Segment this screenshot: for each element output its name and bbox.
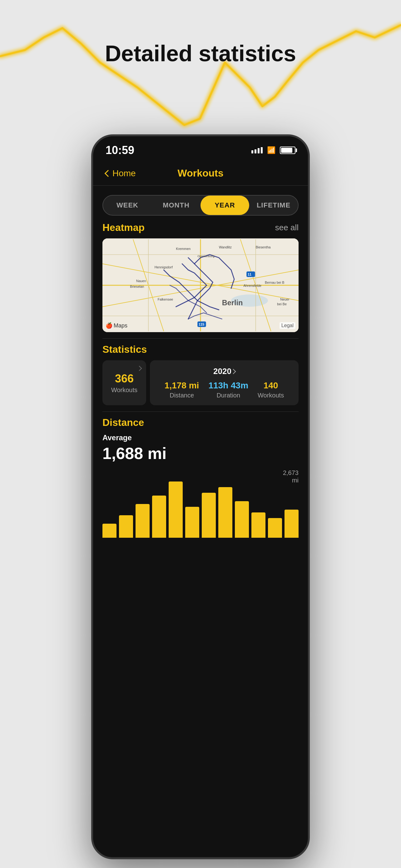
total-workouts-label: Workouts — [111, 386, 137, 394]
svg-text:Neuer: Neuer — [280, 298, 290, 301]
distance-section: Distance Average 1,688 mi 2,673mi — [93, 417, 308, 538]
background-area: Detailed statistics — [0, 0, 401, 162]
background-chart — [0, 0, 401, 162]
bar-8 — [218, 487, 232, 538]
distance-title: Distance — [102, 417, 144, 428]
segment-tabs: WEEK MONTH YEAR LIFETIME — [102, 195, 299, 216]
tab-lifetime[interactable]: LIFETIME — [249, 195, 298, 215]
bar-11 — [268, 518, 282, 538]
heatmap-section: Heatmap see all — [93, 222, 308, 332]
svg-text:Nauen: Nauen — [136, 279, 146, 283]
bar-chart-area — [102, 482, 299, 538]
map-legal: Legal — [279, 322, 295, 329]
svg-text:Wandlitz: Wandlitz — [219, 245, 232, 249]
bar-7 — [202, 493, 216, 538]
svg-text:Ahrensfelde: Ahrensfelde — [243, 284, 261, 287]
heatmap-title: Heatmap — [102, 222, 144, 234]
total-workouts-value: 366 — [115, 372, 134, 385]
bar-5 — [169, 482, 183, 538]
svg-text:Berlin: Berlin — [222, 299, 243, 307]
stat-year-header: 2020 — [213, 367, 235, 376]
stat-row: 1,178 mi Distance 113h 43m Duration 140 … — [165, 380, 284, 399]
left-card-chevron-icon — [137, 366, 142, 371]
bar-3 — [136, 504, 149, 538]
heatmap-header: Heatmap see all — [102, 222, 299, 234]
svg-text:Hennigsdorf: Hennigsdorf — [155, 265, 173, 269]
avg-label: Average — [102, 433, 299, 442]
bar-12 — [285, 509, 299, 538]
svg-text:115: 115 — [199, 322, 204, 326]
nav-bar: Home Workouts — [93, 164, 308, 186]
stat-duration: 113h 43m Duration — [208, 380, 248, 399]
back-chevron-icon — [105, 170, 112, 177]
tab-year[interactable]: YEAR — [201, 195, 249, 215]
stat-duration-value: 113h 43m — [208, 380, 248, 391]
bar-1 — [102, 524, 116, 538]
svg-text:bei Be: bei Be — [277, 302, 287, 306]
stat-workouts-label: Workouts — [258, 392, 284, 399]
page-hero-title: Detailed statistics — [105, 41, 296, 66]
stat-year: 2020 — [213, 367, 231, 376]
divider-2 — [102, 411, 299, 412]
map-background: Kremmen Wandlitz Biesentha Oranienburg H… — [102, 239, 299, 332]
year-chevron-icon — [231, 369, 236, 374]
heatmap-map[interactable]: Kremmen Wandlitz Biesentha Oranienburg H… — [102, 239, 299, 332]
stat-duration-label: Duration — [216, 392, 240, 399]
divider-1 — [102, 338, 299, 339]
bar-10 — [252, 513, 265, 538]
stat-workouts-value: 140 — [264, 380, 278, 391]
bar-4 — [152, 496, 166, 538]
stats-card-left[interactable]: 366 Workouts — [102, 360, 146, 405]
distance-chart: 2,673mi — [102, 469, 299, 538]
tab-month[interactable]: MONTH — [152, 195, 201, 215]
bar-9 — [235, 501, 249, 538]
svg-text:Kremmen: Kremmen — [176, 247, 191, 251]
phone-content: WEEK MONTH YEAR LIFETIME Heatmap see all — [93, 186, 308, 857]
stat-distance-value: 1,178 mi — [165, 380, 199, 391]
statistics-grid: 366 Workouts 2020 1,178 mi Distance — [102, 360, 299, 405]
svg-text:Falkensee: Falkensee — [158, 298, 173, 301]
svg-text:Biesentha: Biesentha — [256, 245, 271, 249]
back-button[interactable]: Home — [106, 168, 136, 178]
bar-2 — [119, 515, 133, 538]
avg-value: 1,688 mi — [102, 444, 299, 463]
statistics-title: Statistics — [102, 344, 147, 355]
stats-card-right[interactable]: 2020 1,178 mi Distance 113h 43m Duration — [150, 360, 299, 405]
phone-frame: 10:59 📶 Home Workouts WEEK MONTH YEAR LI… — [91, 134, 310, 859]
heatmap-see-all[interactable]: see all — [275, 223, 299, 232]
map-svg: Kremmen Wandlitz Biesentha Oranienburg H… — [102, 239, 299, 332]
back-label: Home — [112, 168, 136, 178]
statistics-section: Statistics 366 Workouts 2020 — [93, 344, 308, 405]
nav-title: Workouts — [178, 167, 224, 179]
bar-6 — [185, 507, 199, 538]
svg-text:11: 11 — [248, 273, 252, 276]
svg-text:Bernau bei B: Bernau bei B — [265, 281, 284, 284]
map-watermark: 🍎 Maps — [106, 322, 127, 329]
stat-distance: 1,178 mi Distance — [165, 380, 199, 399]
svg-text:Oranienburg: Oranienburg — [197, 254, 214, 258]
svg-text:Brieselan: Brieselan — [130, 285, 144, 288]
tab-week[interactable]: WEEK — [103, 195, 152, 215]
stat-distance-label: Distance — [170, 392, 194, 399]
stat-workouts: 140 Workouts — [258, 380, 284, 399]
statistics-header: Statistics — [102, 344, 299, 355]
